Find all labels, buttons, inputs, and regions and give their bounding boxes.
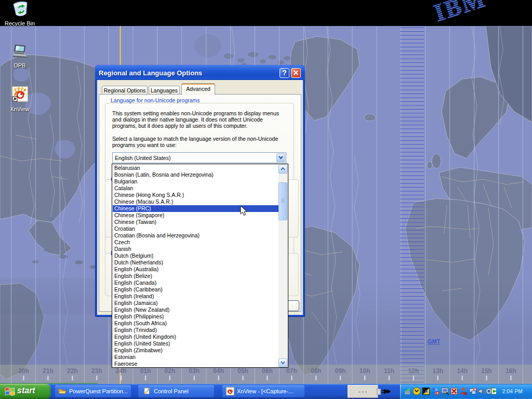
svg-text:10h: 10h [360,367,370,375]
svg-text:16h: 16h [506,367,516,375]
svg-text:03h: 03h [189,367,200,375]
svg-text:05h: 05h [237,367,248,375]
svg-text:20h: 20h [18,367,29,375]
svg-text:14h: 14h [457,367,468,375]
svg-text:12h: 12h [408,367,419,375]
svg-text:GMT: GMT [428,338,441,344]
svg-text:08h: 08h [311,367,322,375]
svg-text:13h: 13h [432,367,443,375]
svg-text:21h: 21h [43,367,54,375]
svg-text:01h: 01h [140,367,151,375]
svg-text:09h: 09h [335,367,346,375]
svg-text:07h: 07h [286,367,297,375]
svg-text:15h: 15h [481,367,492,375]
svg-text:02h: 02h [165,367,176,375]
svg-text:04h: 04h [213,367,224,375]
svg-text:22h: 22h [67,367,78,375]
svg-text:06h: 06h [262,367,273,375]
svg-text:11h: 11h [384,367,394,375]
svg-text:23h: 23h [91,367,102,375]
svg-text:24h: 24h [116,367,127,375]
